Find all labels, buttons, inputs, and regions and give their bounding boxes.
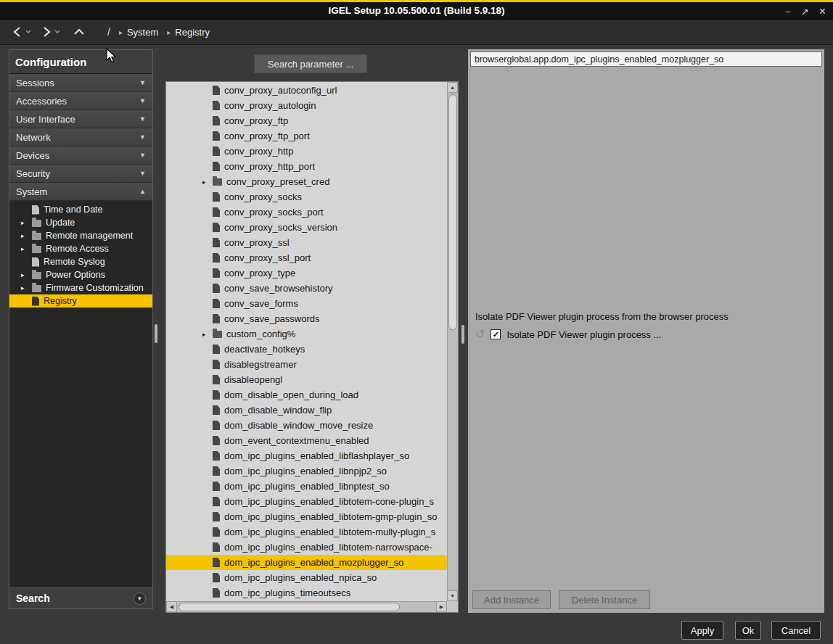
registry-item[interactable]: dom_ipc_plugins_enabled_libtotem-mully-p… (166, 524, 447, 540)
registry-item[interactable]: dom_disable_open_during_load (166, 387, 447, 402)
forward-history-dropdown[interactable] (54, 29, 61, 35)
horizontal-scrollbar[interactable]: ◀ ▶ (166, 601, 447, 612)
back-history-dropdown[interactable] (25, 29, 32, 35)
registry-item[interactable]: conv_proxy_autoconfig_url (166, 83, 447, 98)
registry-item[interactable]: conv_proxy_ssl_port (166, 250, 447, 265)
registry-item-label: conv_proxy_ftp_port (224, 131, 310, 141)
registry-item[interactable]: conv_save_passwords (166, 311, 447, 326)
registry-item[interactable]: conv_save_browsehistory (166, 281, 447, 296)
sidebar-category[interactable]: User Interface (9, 110, 152, 128)
registry-item-label: disablegstreamer (224, 359, 297, 370)
registry-item[interactable]: dom_ipc_plugins_enabled_libflashplayer_s… (166, 448, 447, 463)
search-parameter-button[interactable]: Search parameter ... (254, 54, 367, 73)
up-button[interactable] (73, 27, 86, 37)
breadcrumb-item[interactable]: System (119, 27, 158, 38)
registry-item[interactable]: dom_ipc_plugins_enabled_libnptest_so (166, 479, 447, 494)
scroll-right-button[interactable]: ▶ (436, 601, 447, 612)
delete-instance-button[interactable]: Delete Instance (559, 590, 650, 609)
registry-item[interactable]: dom_disable_window_flip (166, 402, 447, 418)
chevron-down-icon (25, 29, 32, 35)
system-tree-item[interactable]: Remote management (9, 229, 152, 242)
system-tree-item-label: Remote Syslog (44, 257, 105, 267)
breadcrumb-item[interactable]: Registry (167, 27, 210, 38)
sidebar-category[interactable]: Accessories (9, 92, 152, 110)
minimize-icon[interactable]: − (785, 7, 791, 17)
close-icon[interactable]: × (819, 6, 826, 17)
node-icon (213, 527, 220, 537)
system-tree-item-label: Remote Access (46, 244, 109, 254)
system-tree-item[interactable]: Time and Date (9, 203, 152, 216)
sidebar-category[interactable]: System (9, 183, 152, 201)
registry-item[interactable]: conv_proxy_autologin (166, 98, 447, 113)
tree-splitter-handle[interactable] (461, 325, 464, 344)
registry-item[interactable]: disablegstreamer (166, 357, 447, 372)
registry-item[interactable]: conv_proxy_socks_port (166, 205, 447, 220)
chevron-toggle-icon (139, 97, 146, 104)
system-tree-item[interactable]: Remote Syslog (9, 255, 152, 268)
node-icon (213, 238, 220, 247)
registry-item[interactable]: dom_ipc_plugins_enabled_mozplugger_so (166, 555, 447, 570)
registry-item[interactable]: deactivate_hotkeys (166, 342, 447, 357)
system-tree-item[interactable]: Power Options (9, 268, 152, 281)
sidebar-category[interactable]: Devices (9, 146, 152, 165)
system-tree-item[interactable]: Firmware Customization (9, 281, 152, 294)
system-tree-item[interactable]: Update (9, 216, 152, 229)
window-controls: − ↗ × (785, 4, 826, 20)
scroll-up-button[interactable]: ▲ (447, 82, 458, 93)
registry-item[interactable]: conv_proxy_ftp_port (166, 128, 447, 144)
ok-button[interactable]: Ok (735, 621, 761, 640)
back-button[interactable] (12, 25, 23, 38)
registry-item[interactable]: dom_ipc_plugins_enabled_libtotem-gmp-plu… (166, 509, 447, 524)
parameter-path-field[interactable] (470, 51, 822, 67)
isolate-checkbox[interactable] (491, 329, 501, 339)
registry-item-label: conv_save_passwords (224, 313, 320, 324)
system-tree-item[interactable]: Remote Access (9, 242, 152, 255)
registry-item[interactable]: custom_config% (166, 326, 447, 342)
node-icon (213, 573, 220, 582)
registry-item[interactable]: dom_event_contextmenu_enabled (166, 433, 447, 448)
cancel-button[interactable]: Cancel (771, 621, 821, 640)
node-icon (213, 207, 220, 217)
scroll-down-button[interactable]: ▼ (447, 590, 458, 601)
registry-item[interactable]: conv_proxy_http_port (166, 159, 447, 174)
vertical-scrollbar-thumb[interactable] (448, 94, 457, 330)
registry-item[interactable]: conv_proxy_http (166, 144, 447, 159)
vertical-scrollbar[interactable]: ▲ ▼ (447, 82, 458, 601)
node-icon (213, 421, 220, 430)
sidebar-category[interactable]: Network (9, 128, 152, 146)
add-instance-button[interactable]: Add Instance (472, 590, 551, 609)
sidebar-category[interactable]: Security (9, 165, 152, 183)
scroll-left-button[interactable]: ◀ (166, 601, 177, 612)
registry-item[interactable]: conv_proxy_socks_version (166, 220, 447, 235)
registry-item[interactable]: conv_proxy_ssl (166, 235, 447, 250)
sidebar-splitter-handle[interactable] (155, 324, 157, 343)
node-icon (213, 466, 220, 476)
registry-item-label: dom_disable_window_move_resize (224, 420, 373, 431)
horizontal-scrollbar-thumb[interactable] (178, 603, 400, 611)
title-bar: IGEL Setup 10.05.500.01 (Build 5.9.18) −… (0, 0, 833, 20)
registry-item-label: dom_disable_open_during_load (224, 389, 358, 400)
sidebar-search-section[interactable]: Search ▼ (9, 587, 152, 608)
registry-item[interactable]: conv_proxy_type (166, 265, 447, 281)
system-tree-item[interactable]: Registry (9, 294, 152, 307)
node-icon (32, 220, 41, 227)
registry-item[interactable]: dom_disable_window_move_resize (166, 418, 447, 433)
registry-item[interactable]: dom_ipc_plugins_timeoutsecs (166, 585, 447, 600)
parameter-description: Isolate PDF Viewer plugin process from t… (475, 311, 729, 322)
apply-button[interactable]: Apply (681, 621, 723, 640)
forward-button[interactable] (41, 25, 52, 38)
registry-item[interactable]: conv_proxy_socks (166, 189, 447, 205)
registry-item[interactable]: dom_ipc_plugins_enabled_libtotem-cone-pl… (166, 494, 447, 509)
registry-item[interactable]: dom_ipc_plugins_enabled_libnpjp2_so (166, 463, 447, 479)
sidebar-category[interactable]: Sessions (9, 74, 152, 92)
registry-item[interactable]: conv_proxy_ftp (166, 113, 447, 128)
registry-item[interactable]: conv_proxy_preset_cred (166, 174, 447, 189)
reset-to-default-icon[interactable]: ↺ (475, 329, 485, 340)
restore-icon[interactable]: ↗ (801, 7, 809, 17)
registry-item[interactable]: disableopengl (166, 372, 447, 387)
node-icon (32, 246, 41, 253)
registry-item[interactable]: conv_save_forms (166, 296, 447, 311)
registry-item[interactable]: dom_ipc_plugins_enabled_libtotem-narrows… (166, 540, 447, 555)
registry-item[interactable]: dom_ipc_plugins_enabled_npica_so (166, 570, 447, 585)
chevron-toggle-icon (139, 79, 146, 86)
